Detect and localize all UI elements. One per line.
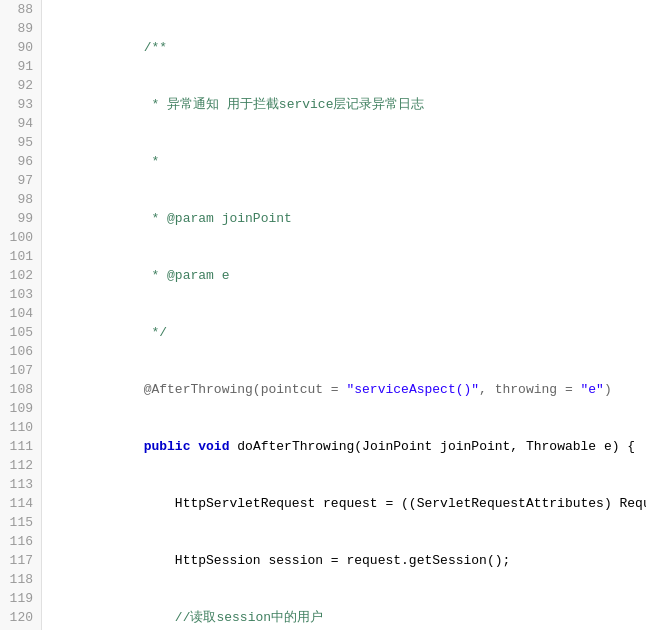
code-line — [50, 0, 646, 19]
code-line: @AfterThrowing(pointcut = "serviceAspect… — [50, 361, 646, 418]
code-line: public void doAfterThrowing(JoinPoint jo… — [50, 418, 646, 475]
code-line: /** — [50, 19, 646, 76]
code-line: * 异常通知 用于拦截service层记录异常日志 — [50, 76, 646, 133]
code-line: HttpServletRequest request = ((ServletRe… — [50, 475, 646, 532]
code-line: * @param joinPoint — [50, 190, 646, 247]
code-line: * @param e — [50, 247, 646, 304]
code-line: */ — [50, 304, 646, 361]
code-editor: 88 89 90 91 92 93 94 95 96 97 98 99 100 … — [0, 0, 646, 630]
code-line: * — [50, 133, 646, 190]
code-lines: /** * 异常通知 用于拦截service层记录异常日志 * * @param… — [42, 0, 646, 630]
code-line: //读取session中的用户 — [50, 589, 646, 630]
code-content: 88 89 90 91 92 93 94 95 96 97 98 99 100 … — [0, 0, 646, 630]
line-numbers: 88 89 90 91 92 93 94 95 96 97 98 99 100 … — [0, 0, 42, 630]
code-line: HttpSession session = request.getSession… — [50, 532, 646, 589]
